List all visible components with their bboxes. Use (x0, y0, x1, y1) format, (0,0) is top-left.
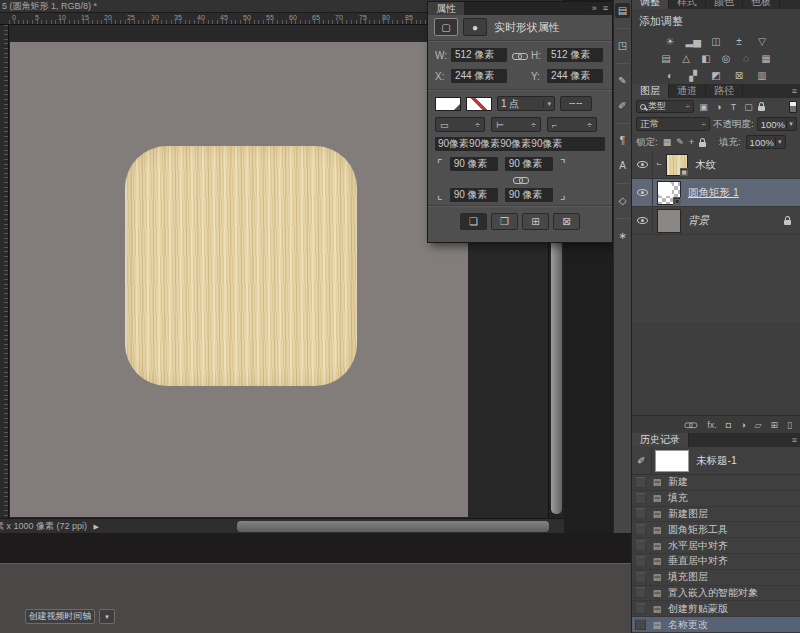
history-source-checkbox[interactable] (635, 572, 646, 583)
blend-mode-select[interactable]: 正常 ÷ (636, 117, 710, 131)
tab-layers[interactable]: 图层 (632, 84, 669, 98)
history-source-checkbox[interactable] (635, 556, 646, 567)
tab-swatches[interactable]: 色板 (743, 0, 780, 9)
create-video-timeline-button[interactable]: 创建视频时间轴 (25, 609, 95, 624)
color-lookup-icon[interactable]: ▦ (759, 52, 774, 65)
black-white-icon[interactable]: ◧ (699, 52, 714, 65)
tab-color[interactable]: 颜色 (706, 0, 743, 9)
libraries-dock-icon[interactable]: ∗ (615, 228, 630, 243)
history-source-checkbox[interactable] (635, 603, 646, 614)
history-source-checkbox[interactable] (635, 477, 646, 488)
layer-name[interactable]: 背景 (688, 214, 709, 228)
vertical-ruler[interactable] (0, 25, 9, 518)
collapse-panel-icon[interactable]: » (592, 2, 597, 15)
radius-bottom-right-field[interactable]: 90 像素 (505, 188, 553, 202)
filter-pixel-layers-icon[interactable]: ▣ (698, 102, 709, 112)
y-field[interactable]: 244 像素 (547, 69, 603, 83)
tab-styles[interactable]: 样式 (669, 0, 706, 9)
hue-saturation-icon[interactable]: ▤ (659, 52, 674, 65)
brushes-dock-icon[interactable]: ✎ (615, 73, 630, 88)
history-step[interactable]: ▤ 创建剪贴蒙版 (632, 601, 800, 617)
history-step[interactable]: ▤ 水平居中对齐 (632, 538, 800, 554)
curves-icon[interactable]: ◫ (709, 35, 724, 48)
eye-icon[interactable] (637, 217, 648, 224)
3d-dock-icon[interactable]: ◇ (615, 193, 630, 208)
pathfinder-combine-button[interactable]: ❏ (460, 213, 487, 230)
tab-paths[interactable]: 路径 (706, 84, 743, 98)
layer-name[interactable]: 木纹 (695, 158, 716, 172)
ellipse-icon-button[interactable]: ● (463, 18, 487, 36)
info-dock-icon[interactable]: ◳ (615, 38, 630, 53)
history-source-checkbox[interactable] (635, 619, 646, 630)
new-group-icon[interactable]: ▱ (755, 416, 762, 434)
link-dimensions-icon[interactable] (512, 52, 527, 59)
add-layer-mask-icon[interactable]: ◘ (726, 416, 731, 434)
tab-history[interactable]: 历史记录 (632, 433, 689, 447)
visibility-cell[interactable] (632, 151, 653, 178)
exposure-icon[interactable]: ± (732, 35, 747, 48)
layer-name[interactable]: 圆角矩形 1 (688, 186, 739, 200)
lock-position-icon[interactable]: + (689, 137, 694, 147)
history-snapshot-row[interactable]: ✐ 未标题-1 (632, 447, 800, 475)
horizontal-scrollbar[interactable] (237, 521, 549, 532)
stroke-swatch[interactable] (466, 97, 492, 111)
stroke-width-select[interactable]: 1 点 ▾ (497, 96, 555, 111)
visibility-cell[interactable] (632, 179, 653, 206)
eye-icon[interactable] (637, 161, 648, 168)
stroke-align-select[interactable]: ▭ ÷ (435, 117, 485, 132)
panel-menu-icon[interactable]: ≡ (792, 433, 800, 447)
pathfinder-subtract-button[interactable]: ❐ (491, 213, 518, 230)
history-step[interactable]: ▤ 填充 (632, 491, 800, 507)
character-dock-icon[interactable]: A (615, 158, 630, 173)
channel-mixer-icon[interactable]: ◌ (739, 52, 754, 65)
layer-thumbnail[interactable]: ▢ (657, 181, 681, 205)
selective-color-icon[interactable]: ⊠ (732, 69, 747, 82)
live-shape-icon-button[interactable]: ▢ (434, 18, 458, 36)
history-step[interactable]: ▤ 置入嵌入的智能对象 (632, 586, 800, 602)
clone-source-dock-icon[interactable]: ✐ (615, 98, 630, 113)
lock-image-pixels-icon[interactable]: ✎ (676, 137, 684, 147)
filter-type-layers-icon[interactable]: T (728, 102, 739, 112)
layer-style-icon[interactable]: fx. (707, 416, 717, 434)
panel-menu-icon[interactable]: ≡ (603, 2, 608, 15)
x-field[interactable]: 244 像素 (451, 69, 507, 83)
height-field[interactable]: 512 像素 (547, 48, 603, 62)
fill-swatch[interactable] (435, 97, 461, 111)
stroke-type-button[interactable]: ╌╌ (560, 96, 592, 111)
layer-row-rounded-rectangle[interactable]: ▢ 圆角矩形 1 (632, 179, 800, 207)
new-adjustment-layer-icon[interactable]: ◑ (740, 416, 745, 434)
filter-switch[interactable] (789, 101, 797, 113)
tab-properties[interactable]: 属性 (428, 2, 464, 15)
filter-smart-objects-icon[interactable] (758, 106, 765, 111)
layer-row-wood[interactable]: ⌐ ▦ 木纹 (632, 151, 800, 179)
history-step[interactable]: ▤ 新建图层 (632, 507, 800, 523)
new-layer-icon[interactable]: ⊞ (771, 416, 779, 434)
photo-filter-icon[interactable]: ◎ (719, 52, 734, 65)
stroke-cap-select[interactable]: ⊢ ÷ (491, 117, 541, 132)
history-source-checkbox[interactable] (635, 524, 646, 535)
history-step-selected[interactable]: ▤ 名称更改 (632, 617, 800, 633)
pathfinder-exclude-button[interactable]: ⊠ (553, 213, 580, 230)
tab-channels[interactable]: 通道 (669, 84, 706, 98)
posterize-icon[interactable]: ▞ (686, 69, 701, 82)
width-field[interactable]: 512 像素 (451, 48, 507, 62)
radius-bottom-left-field[interactable]: 90 像素 (450, 188, 498, 202)
layer-row-background[interactable]: 背景 (632, 207, 800, 235)
history-brush-source-icon[interactable]: ✐ (632, 447, 652, 474)
stroke-corner-select[interactable]: ⌐ ÷ (547, 117, 597, 132)
radius-top-left-field[interactable]: 90 像素 (450, 157, 498, 171)
filter-type-select[interactable]: 类型 ÷ (636, 100, 694, 113)
color-balance-icon[interactable]: △ (679, 52, 694, 65)
corner-radius-summary-field[interactable]: 90像素90像素90像素90像素 (435, 137, 605, 151)
history-step[interactable]: ▤ 新建 (632, 475, 800, 491)
lock-all-icon[interactable] (699, 142, 706, 147)
visibility-cell[interactable] (632, 207, 653, 234)
history-step[interactable]: ▤ 垂直居中对齐 (632, 554, 800, 570)
link-radii-icon[interactable] (513, 176, 528, 183)
properties-dock-icon[interactable]: ▤ (615, 3, 630, 18)
timeline-dropdown-button[interactable]: ▾ (99, 609, 115, 624)
pathfinder-intersect-button[interactable]: ⊞ (522, 213, 549, 230)
eye-icon[interactable] (637, 189, 648, 196)
radius-top-right-field[interactable]: 90 像素 (505, 157, 553, 171)
history-source-checkbox[interactable] (635, 493, 646, 504)
